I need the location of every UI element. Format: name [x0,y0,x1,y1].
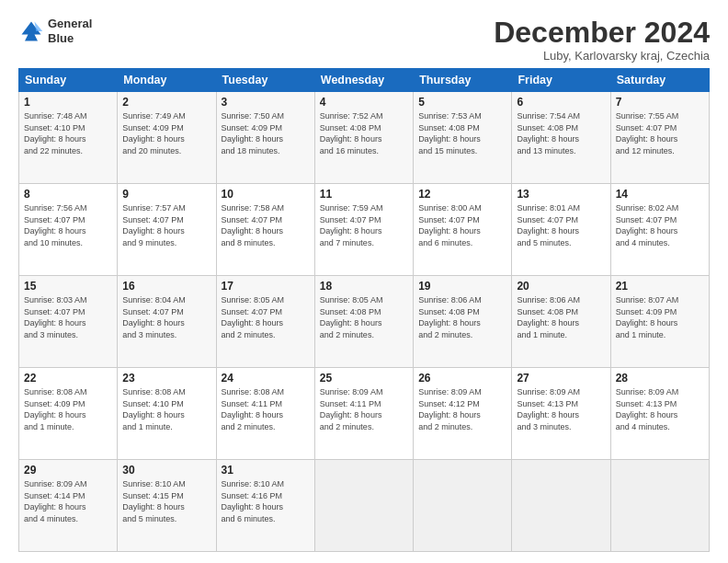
month-title: December 2024 [494,17,710,49]
day-number: 31 [222,464,310,477]
calendar-week-row: 8Sunrise: 7:56 AM Sunset: 4:07 PM Daylig… [19,184,710,276]
logo-line2: Blue [48,31,92,46]
day-number: 8 [24,188,112,201]
day-number: 7 [616,96,704,109]
day-info: Sunrise: 8:06 AM Sunset: 4:08 PM Dayligh… [418,294,506,340]
calendar-day-cell [414,460,512,552]
day-number: 14 [616,188,704,201]
calendar-day-cell: 30Sunrise: 8:10 AM Sunset: 4:15 PM Dayli… [118,460,216,552]
logo-text: General Blue [48,17,92,45]
day-number: 27 [517,372,605,385]
calendar-day-cell: 5Sunrise: 7:53 AM Sunset: 4:08 PM Daylig… [414,92,512,184]
header: General Blue December 2024 Luby, Karlova… [18,17,710,63]
day-number: 24 [222,372,310,385]
calendar-day-cell: 13Sunrise: 8:01 AM Sunset: 4:07 PM Dayli… [512,184,610,276]
calendar-day-cell: 7Sunrise: 7:55 AM Sunset: 4:07 PM Daylig… [610,92,709,184]
weekday-header-cell: Thursday [414,69,512,92]
day-info: Sunrise: 7:50 AM Sunset: 4:09 PM Dayligh… [222,110,310,156]
logo: General Blue [18,17,92,45]
day-info: Sunrise: 8:10 AM Sunset: 4:16 PM Dayligh… [222,478,310,524]
day-number: 3 [222,96,310,109]
day-info: Sunrise: 8:05 AM Sunset: 4:08 PM Dayligh… [320,294,408,340]
calendar-table: SundayMondayTuesdayWednesdayThursdayFrid… [18,68,710,552]
day-number: 18 [320,280,408,293]
day-number: 29 [24,464,112,477]
calendar-day-cell: 14Sunrise: 8:02 AM Sunset: 4:07 PM Dayli… [610,184,709,276]
day-number: 23 [122,372,210,385]
day-info: Sunrise: 7:53 AM Sunset: 4:08 PM Dayligh… [418,110,506,156]
calendar-day-cell: 26Sunrise: 8:09 AM Sunset: 4:12 PM Dayli… [414,368,512,460]
calendar-day-cell: 27Sunrise: 8:09 AM Sunset: 4:13 PM Dayli… [512,368,610,460]
day-number: 12 [418,188,506,201]
day-number: 4 [320,96,408,109]
calendar-day-cell [512,460,610,552]
day-number: 25 [320,372,408,385]
day-number: 19 [418,280,506,293]
title-area: December 2024 Luby, Karlovarsky kraj, Cz… [494,17,710,63]
day-number: 6 [517,96,605,109]
day-info: Sunrise: 7:59 AM Sunset: 4:07 PM Dayligh… [320,202,408,248]
calendar-day-cell [610,460,709,552]
day-info: Sunrise: 8:06 AM Sunset: 4:08 PM Dayligh… [517,294,605,340]
day-info: Sunrise: 8:05 AM Sunset: 4:07 PM Dayligh… [222,294,310,340]
calendar-day-cell: 15Sunrise: 8:03 AM Sunset: 4:07 PM Dayli… [19,276,118,368]
day-info: Sunrise: 7:49 AM Sunset: 4:09 PM Dayligh… [122,110,210,156]
calendar-day-cell: 12Sunrise: 8:00 AM Sunset: 4:07 PM Dayli… [414,184,512,276]
day-info: Sunrise: 8:09 AM Sunset: 4:13 PM Dayligh… [616,386,704,432]
day-info: Sunrise: 8:08 AM Sunset: 4:11 PM Dayligh… [222,386,310,432]
calendar-day-cell: 9Sunrise: 7:57 AM Sunset: 4:07 PM Daylig… [118,184,216,276]
location: Luby, Karlovarsky kraj, Czechia [494,49,710,63]
day-number: 2 [122,96,210,109]
day-info: Sunrise: 8:02 AM Sunset: 4:07 PM Dayligh… [616,202,704,248]
day-info: Sunrise: 7:52 AM Sunset: 4:08 PM Dayligh… [320,110,408,156]
day-number: 20 [517,280,605,293]
calendar-body: 1Sunrise: 7:48 AM Sunset: 4:10 PM Daylig… [19,92,710,552]
calendar-day-cell: 31Sunrise: 8:10 AM Sunset: 4:16 PM Dayli… [216,460,314,552]
day-info: Sunrise: 8:00 AM Sunset: 4:07 PM Dayligh… [418,202,506,248]
calendar-day-cell: 19Sunrise: 8:06 AM Sunset: 4:08 PM Dayli… [414,276,512,368]
weekday-header-cell: Wednesday [314,69,413,92]
calendar-day-cell: 8Sunrise: 7:56 AM Sunset: 4:07 PM Daylig… [19,184,118,276]
weekday-header-cell: Saturday [610,69,709,92]
calendar-day-cell: 4Sunrise: 7:52 AM Sunset: 4:08 PM Daylig… [314,92,413,184]
day-number: 9 [122,188,210,201]
calendar-day-cell: 3Sunrise: 7:50 AM Sunset: 4:09 PM Daylig… [216,92,314,184]
day-info: Sunrise: 8:09 AM Sunset: 4:14 PM Dayligh… [24,478,112,524]
logo-icon [18,18,44,44]
day-number: 10 [222,188,310,201]
weekday-header-cell: Monday [118,69,216,92]
calendar-day-cell: 11Sunrise: 7:59 AM Sunset: 4:07 PM Dayli… [314,184,413,276]
calendar-day-cell: 6Sunrise: 7:54 AM Sunset: 4:08 PM Daylig… [512,92,610,184]
day-info: Sunrise: 8:07 AM Sunset: 4:09 PM Dayligh… [616,294,704,340]
day-number: 26 [418,372,506,385]
calendar-day-cell: 23Sunrise: 8:08 AM Sunset: 4:10 PM Dayli… [118,368,216,460]
weekday-header-row: SundayMondayTuesdayWednesdayThursdayFrid… [19,69,710,92]
day-number: 21 [616,280,704,293]
weekday-header-cell: Sunday [19,69,118,92]
calendar-day-cell: 24Sunrise: 8:08 AM Sunset: 4:11 PM Dayli… [216,368,314,460]
calendar-day-cell: 21Sunrise: 8:07 AM Sunset: 4:09 PM Dayli… [610,276,709,368]
day-info: Sunrise: 7:56 AM Sunset: 4:07 PM Dayligh… [24,202,112,248]
calendar-week-row: 29Sunrise: 8:09 AM Sunset: 4:14 PM Dayli… [19,460,710,552]
day-number: 30 [122,464,210,477]
day-info: Sunrise: 8:04 AM Sunset: 4:07 PM Dayligh… [122,294,210,340]
calendar-day-cell: 25Sunrise: 8:09 AM Sunset: 4:11 PM Dayli… [314,368,413,460]
day-info: Sunrise: 8:08 AM Sunset: 4:09 PM Dayligh… [24,386,112,432]
day-number: 16 [122,280,210,293]
day-info: Sunrise: 8:09 AM Sunset: 4:11 PM Dayligh… [320,386,408,432]
calendar-day-cell: 1Sunrise: 7:48 AM Sunset: 4:10 PM Daylig… [19,92,118,184]
day-number: 22 [24,372,112,385]
calendar-day-cell: 29Sunrise: 8:09 AM Sunset: 4:14 PM Dayli… [19,460,118,552]
day-number: 17 [222,280,310,293]
weekday-header-cell: Tuesday [216,69,314,92]
day-number: 5 [418,96,506,109]
day-info: Sunrise: 8:09 AM Sunset: 4:12 PM Dayligh… [418,386,506,432]
day-info: Sunrise: 8:10 AM Sunset: 4:15 PM Dayligh… [122,478,210,524]
calendar-day-cell: 22Sunrise: 8:08 AM Sunset: 4:09 PM Dayli… [19,368,118,460]
calendar-week-row: 1Sunrise: 7:48 AM Sunset: 4:10 PM Daylig… [19,92,710,184]
calendar-day-cell [314,460,413,552]
page: General Blue December 2024 Luby, Karlova… [0,0,728,563]
day-info: Sunrise: 7:58 AM Sunset: 4:07 PM Dayligh… [222,202,310,248]
day-info: Sunrise: 8:08 AM Sunset: 4:10 PM Dayligh… [122,386,210,432]
day-info: Sunrise: 7:54 AM Sunset: 4:08 PM Dayligh… [517,110,605,156]
